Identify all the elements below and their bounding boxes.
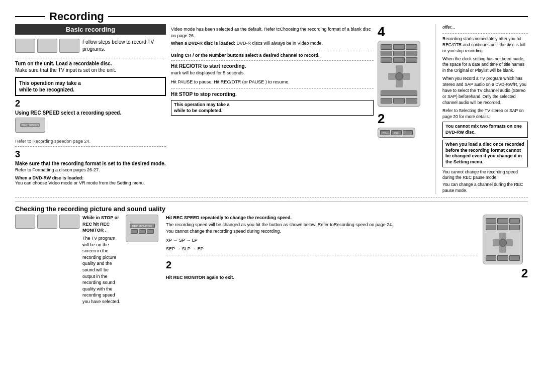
br-btn-3 bbox=[509, 218, 520, 224]
note-6: You can change a channel during the REC … bbox=[442, 182, 528, 194]
bottom-dotted bbox=[166, 255, 478, 255]
device-thumb-2 bbox=[37, 39, 57, 53]
rl-btn-9 bbox=[406, 57, 417, 63]
speed-diagram-2: SEP → SLP → EP bbox=[166, 246, 478, 253]
vertical-divider bbox=[435, 24, 435, 194]
br-btn-b1 bbox=[486, 255, 496, 261]
bottom-remote-large bbox=[483, 215, 523, 264]
note-2: When the clock setting has not been made… bbox=[442, 56, 528, 74]
br-btn-b3 bbox=[509, 255, 520, 261]
step-3-detail: Refer to Formatting a discon pages 26-27… bbox=[15, 167, 166, 172]
hit-rec-monitor-again: Hit REC MONITOR again to exit. bbox=[166, 274, 478, 281]
br-btn-5 bbox=[497, 225, 508, 230]
dotted-line-r1 bbox=[171, 50, 374, 50]
ch-btn-3 bbox=[403, 130, 413, 135]
right-column: Video mode has been selected as the defa… bbox=[171, 24, 528, 194]
step-2-right-number: 2 bbox=[378, 111, 428, 127]
device-thumbs bbox=[15, 39, 79, 53]
b-btn-1 bbox=[131, 229, 138, 234]
rec-speed-remote-thumb: REC SPEED bbox=[15, 118, 45, 133]
bottom-step-2-label: 2 bbox=[483, 266, 528, 280]
bottom-section-title: Checking the recording picture and sound… bbox=[15, 205, 528, 213]
dvdrw-note: When a DVD-RW disc is loaded: You can ch… bbox=[15, 174, 166, 185]
dotted-line-1 bbox=[15, 58, 166, 58]
refer-recording-speed: Refer to Recording speedon page 24. bbox=[15, 139, 166, 144]
remote-bottom-buttons bbox=[381, 98, 417, 104]
step-3-number: 3 bbox=[15, 149, 166, 160]
warning-2: When you load a disc once recorded befor… bbox=[442, 140, 528, 167]
step-3-label: Make sure that the recording format is s… bbox=[15, 161, 166, 166]
speed-diagram: XP → SP → LP bbox=[166, 237, 478, 244]
step-1-block: Turn on the unit. Load a recordable disc… bbox=[15, 61, 166, 73]
intro-block: Follow steps below to record TV programs… bbox=[15, 39, 166, 55]
device-thumb-3 bbox=[59, 39, 79, 53]
note-5: You cannot change the recording speed du… bbox=[442, 169, 528, 181]
note-italic-1: offer... bbox=[442, 24, 528, 31]
device-thumb-1 bbox=[15, 39, 35, 53]
left-column: Basic recording Follow steps below to re… bbox=[15, 24, 166, 194]
bottom-section: Checking the recording picture and sound… bbox=[15, 202, 528, 305]
b-btn-2 bbox=[139, 229, 146, 234]
ch-btn-group: CH+ CH- bbox=[380, 130, 413, 135]
br-btn-b2 bbox=[497, 255, 508, 261]
step-4-content: Using CH / or the Number buttons select … bbox=[171, 53, 320, 58]
step-2-block: 2 Using REC SPEED select a recording spe… bbox=[15, 99, 166, 135]
step-1-detail: Make sure that the TV input is set on th… bbox=[15, 67, 166, 73]
ch-btn-1: CH+ bbox=[380, 130, 390, 135]
br-dpad bbox=[493, 233, 513, 253]
bottom-thumb-1 bbox=[15, 215, 35, 229]
step-4-area: Using CH / or the Number buttons select … bbox=[171, 53, 374, 58]
rl-btn-8 bbox=[393, 57, 405, 63]
bottom-left-content: While in STOP or REC hit REC MONITOR . T… bbox=[15, 215, 121, 305]
bottom-divider bbox=[15, 197, 528, 198]
page-title-wrapper: Recording bbox=[15, 10, 528, 23]
rl-btn-6 bbox=[406, 51, 417, 56]
bottom-left-text: While in STOP or REC hit REC MONITOR . T… bbox=[82, 215, 121, 305]
bottom-remote-thumb: REC MONITOR bbox=[126, 215, 158, 242]
right-remote-col: 4 bbox=[378, 24, 428, 194]
step-2-bottom-block: 2 bbox=[166, 257, 478, 272]
right-top: Video mode has been selected as the defa… bbox=[171, 24, 528, 194]
bottom-left-col: While in STOP or REC hit REC MONITOR . T… bbox=[15, 215, 121, 305]
remote-top-buttons bbox=[381, 44, 417, 63]
rl-btn-b3 bbox=[406, 98, 417, 104]
remote-dpad-top bbox=[388, 65, 410, 87]
right-text-col: Video mode has been selected as the defa… bbox=[171, 24, 374, 194]
rl-single-btn bbox=[381, 90, 417, 96]
step-2-content: Using REC SPEED select a recording speed… bbox=[15, 110, 166, 135]
bottom-device-thumbs-row bbox=[15, 215, 79, 229]
br-dpad-center bbox=[499, 239, 507, 247]
title-bar-right bbox=[108, 16, 528, 17]
rl-btn-b2 bbox=[393, 98, 405, 104]
hit-pause-block: Hit PAUSE to pause. Hit REC/OTR (or PAUS… bbox=[171, 79, 374, 85]
br-btn-4 bbox=[486, 225, 496, 230]
rl-btn-3 bbox=[406, 44, 417, 50]
dvdr-loaded-note: When a DVD-R disc is loaded: DVD-R discs… bbox=[171, 40, 374, 47]
rl-btn-7 bbox=[381, 57, 392, 63]
br-btn-1 bbox=[486, 218, 496, 224]
step-4-ch-label: Using CH / or the Number buttons select … bbox=[171, 53, 320, 58]
ch-btn-2: CH- bbox=[391, 130, 401, 135]
bottom-remote-btn-row bbox=[131, 229, 154, 234]
notice-box-1: This operation may take a while to be re… bbox=[15, 77, 166, 96]
note-1: Recording starts immediately after you h… bbox=[442, 36, 528, 54]
rl-btn-4 bbox=[381, 51, 392, 56]
note-4: Refer to Selecting the TV stereo or SAP … bbox=[442, 108, 528, 120]
rec-monitor-btn: REC MONITOR bbox=[130, 224, 155, 228]
bottom-layout: While in STOP or REC hit REC MONITOR . T… bbox=[15, 215, 528, 305]
dotted-line-2 bbox=[15, 146, 166, 147]
step-4-number: 4 bbox=[378, 24, 428, 40]
hit-stop-block: Hit STOP to stop recording. bbox=[171, 91, 374, 97]
rec-speed-btn: REC SPEED bbox=[20, 123, 40, 127]
br-btn-2 bbox=[497, 218, 508, 224]
notice-box-2: This operation may take a while to be co… bbox=[171, 100, 374, 116]
rl-btn-2 bbox=[393, 44, 405, 50]
dpad-center bbox=[395, 72, 403, 80]
note-3: When you record a TV program which has S… bbox=[442, 76, 528, 106]
section-header-basic: Basic recording bbox=[15, 24, 166, 35]
rl-btn-b1 bbox=[381, 98, 392, 104]
rl-btn-5 bbox=[393, 51, 405, 56]
video-mode-text: Video mode has been selected as the defa… bbox=[171, 26, 374, 47]
page-title: Recording bbox=[49, 10, 104, 23]
step-2-label: Using REC SPEED select a recording speed… bbox=[15, 110, 121, 116]
